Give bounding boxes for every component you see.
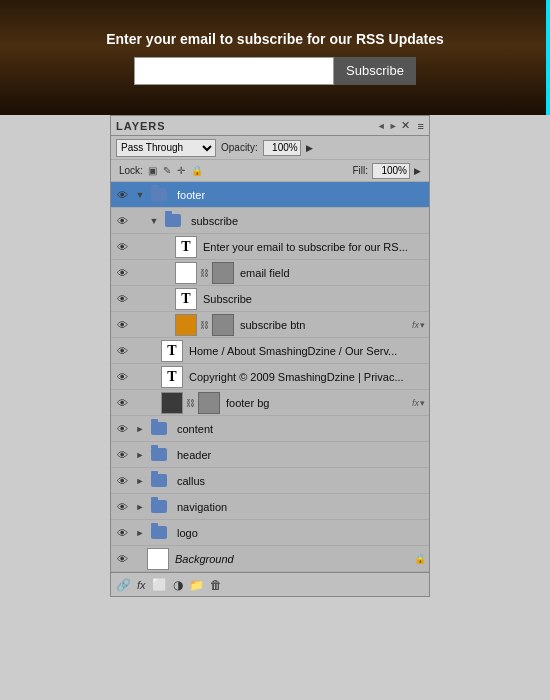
eye-icon: 👁	[117, 319, 128, 331]
visibility-toggle[interactable]: 👁	[111, 189, 133, 201]
thumbnail-col: T	[175, 288, 197, 310]
visibility-toggle[interactable]: 👁	[111, 371, 133, 383]
folder-thumb	[151, 500, 167, 513]
layer-name: Background	[175, 553, 414, 565]
layer-name: content	[177, 423, 429, 435]
layer-row-subscribe-btn-text[interactable]: 👁 T Subscribe	[111, 286, 429, 312]
fx-icon[interactable]: fx	[137, 579, 146, 591]
layers-bottom-toolbar: 🔗 fx ⬜ ◑ 📁 🗑	[111, 572, 429, 596]
layer-name: Subscribe	[203, 293, 429, 305]
visibility-toggle[interactable]: 👁	[111, 345, 133, 357]
top-banner: Enter your email to subscribe for our RS…	[0, 0, 550, 115]
layer-row-subscribe[interactable]: 👁 ▼ subscribe	[111, 208, 429, 234]
visibility-toggle[interactable]: 👁	[111, 215, 133, 227]
visibility-toggle[interactable]: 👁	[111, 527, 133, 539]
expand-arrow-icon[interactable]: ►	[136, 424, 145, 434]
scroll-left-icon[interactable]: ◄	[377, 121, 386, 131]
layer-name: logo	[177, 527, 429, 539]
layer-row-navigation[interactable]: 👁 ► navigation	[111, 494, 429, 520]
layers-panel: LAYERS ◄ ► ✕ ≡ Pass Through Normal Multi…	[110, 115, 430, 597]
subscribe-button[interactable]: Subscribe	[334, 57, 416, 85]
expand-col: ►	[133, 424, 147, 434]
delete-layer-icon[interactable]: 🗑	[210, 578, 222, 592]
layer-name: navigation	[177, 501, 429, 513]
eye-icon: 👁	[117, 501, 128, 513]
layer-row-footer[interactable]: 👁 ▼ footer	[111, 182, 429, 208]
eye-icon: 👁	[117, 527, 128, 539]
expand-arrow-icon[interactable]: ►	[136, 502, 145, 512]
layer-row-copyright[interactable]: 👁 T Copyright © 2009 SmashingDzine | Pri…	[111, 364, 429, 390]
blend-mode-select[interactable]: Pass Through Normal Multiply	[116, 139, 216, 157]
eye-icon: 👁	[117, 449, 128, 461]
opacity-arrow-icon[interactable]: ▶	[306, 143, 313, 153]
layer-row-logo[interactable]: 👁 ► logo	[111, 520, 429, 546]
layer-row-email-field[interactable]: 👁 ⛓ email field	[111, 260, 429, 286]
layer-row-nav-links[interactable]: 👁 T Home / About SmashingDzine / Our Ser…	[111, 338, 429, 364]
expand-arrow-icon[interactable]: ►	[136, 450, 145, 460]
scroll-right-icon[interactable]: ►	[389, 121, 398, 131]
layer-row-subscribe-btn[interactable]: 👁 ⛓ subscribe btn fx ▾	[111, 312, 429, 338]
thumbnail-col: T	[175, 236, 197, 258]
visibility-toggle[interactable]: 👁	[111, 241, 133, 253]
add-mask-icon[interactable]: ⬜	[152, 578, 167, 592]
layer-row-background[interactable]: 👁 Background 🔒	[111, 546, 429, 572]
layer-row-callus[interactable]: 👁 ► callus	[111, 468, 429, 494]
expand-arrow-icon[interactable]: ►	[136, 528, 145, 538]
rect-thumb	[175, 262, 197, 284]
lock-all-icon[interactable]: 🔒	[191, 165, 203, 176]
expand-arrow-icon[interactable]: ▼	[150, 216, 159, 226]
blend-opacity-toolbar: Pass Through Normal Multiply Opacity: ▶	[111, 136, 429, 160]
close-icon[interactable]: ✕	[401, 119, 410, 132]
thumbnail-col	[147, 474, 171, 487]
eye-icon: 👁	[117, 345, 128, 357]
fill-arrow-icon[interactable]: ▶	[414, 166, 421, 176]
expand-col: ▼	[133, 190, 147, 200]
visibility-toggle[interactable]: 👁	[111, 319, 133, 331]
folder-thumb	[151, 474, 167, 487]
new-group-icon[interactable]: 📁	[189, 578, 204, 592]
layer-row-header[interactable]: 👁 ► header	[111, 442, 429, 468]
visibility-toggle[interactable]: 👁	[111, 449, 133, 461]
lock-move-icon[interactable]: ✛	[177, 165, 185, 176]
layer-row-content[interactable]: 👁 ► content	[111, 416, 429, 442]
expand-arrow-icon[interactable]: ▼	[136, 190, 145, 200]
thumbnail-col: T	[161, 366, 183, 388]
fill-input[interactable]	[372, 163, 410, 179]
visibility-toggle[interactable]: 👁	[111, 423, 133, 435]
opacity-input[interactable]	[263, 140, 301, 156]
chain-icon: ⛓	[186, 398, 195, 408]
folder-thumb	[151, 422, 167, 435]
thumbnail-col: ⛓	[161, 392, 220, 414]
gray-thumb	[198, 392, 220, 414]
fill-label: Fill:	[352, 165, 368, 176]
visibility-toggle[interactable]: 👁	[111, 293, 133, 305]
thumbnail-col	[147, 500, 171, 513]
visibility-toggle[interactable]: 👁	[111, 475, 133, 487]
lock-transparent-icon[interactable]: ▣	[148, 165, 157, 176]
layer-name: Enter your email to subscribe for our RS…	[203, 241, 429, 253]
layer-row-subscribe-text[interactable]: 👁 T Enter your email to subscribe for ou…	[111, 234, 429, 260]
visibility-toggle[interactable]: 👁	[111, 501, 133, 513]
fx-badge: fx ▾	[412, 398, 425, 408]
visibility-toggle[interactable]: 👁	[111, 553, 133, 565]
link-layers-icon[interactable]: 🔗	[116, 578, 131, 592]
layer-name: footer	[177, 189, 429, 201]
adjustments-icon[interactable]: ◑	[173, 578, 183, 592]
text-thumb: T	[161, 366, 183, 388]
layer-name: Home / About SmashingDzine / Our Serv...	[189, 345, 429, 357]
layer-row-footer-bg[interactable]: 👁 ⛓ footer bg fx ▾	[111, 390, 429, 416]
thumbnail-col	[147, 422, 171, 435]
eye-icon: 👁	[117, 267, 128, 279]
expand-arrow-icon[interactable]: ►	[136, 476, 145, 486]
eye-icon: 👁	[117, 371, 128, 383]
visibility-toggle[interactable]: 👁	[111, 267, 133, 279]
visibility-toggle[interactable]: 👁	[111, 397, 133, 409]
eye-icon: 👁	[117, 215, 128, 227]
email-input[interactable]	[134, 57, 334, 85]
text-thumb: T	[175, 288, 197, 310]
lock-position-icon[interactable]: ✎	[163, 165, 171, 176]
menu-icon[interactable]: ≡	[418, 120, 424, 132]
eye-icon: 👁	[117, 293, 128, 305]
folder-thumb	[151, 526, 167, 539]
gray-thumb	[212, 314, 234, 336]
